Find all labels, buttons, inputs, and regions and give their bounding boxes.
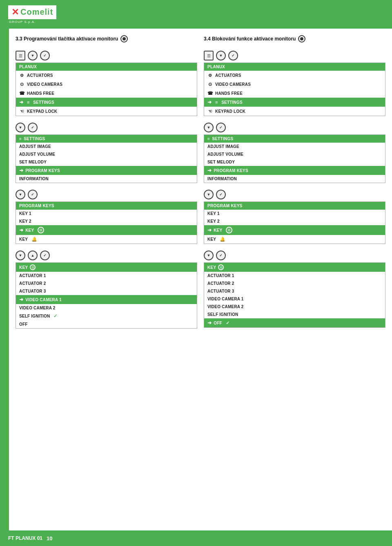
- right-block-3-nav: ▼ ✓: [204, 190, 385, 199]
- right-b2-program-keys[interactable]: ➜ PROGRAM KEYS: [204, 166, 385, 175]
- left-b4-self-ignition[interactable]: SELF IGNITION ✓: [16, 312, 197, 320]
- key-monitor-icon: ⊙: [38, 227, 44, 233]
- right-b3-down-btn[interactable]: ▼: [204, 190, 214, 199]
- right-b3-panel: PROGRAM KEYS KEY 1 KEY 2 ➜ KEY ⊙ KEY 🔔: [204, 201, 385, 244]
- key-bell-icon-r: 🔔: [220, 237, 225, 242]
- right-title-text: 3.4 Blokování funkce aktivace monitoru: [204, 36, 296, 42]
- left-b2-adjust-volume[interactable]: ADJUST VOLUME: [16, 150, 197, 158]
- left-b1-menu-btn[interactable]: ☰: [16, 51, 25, 60]
- left-b4-check-btn[interactable]: ✓: [40, 251, 50, 260]
- left-b1-item-actuators[interactable]: ⚙ ACTUATORS: [16, 71, 197, 80]
- logo-x-icon: ✕: [11, 7, 19, 18]
- right-b1-down-btn[interactable]: ▼: [216, 51, 226, 60]
- left-b2-check-btn[interactable]: ✓: [28, 123, 38, 132]
- left-b3-key2[interactable]: KEY 2: [16, 217, 197, 225]
- right-block-2-nav: ▼ ✓: [204, 123, 385, 132]
- right-b1-menu-btn[interactable]: ☰: [204, 51, 214, 60]
- left-b2-panel: ≡ SETTINGS ADJUST IMAGE ADJUST VOLUME SE…: [16, 134, 197, 183]
- left-b4-off[interactable]: OFF: [16, 320, 197, 328]
- left-b3-down-btn[interactable]: ▼: [16, 190, 25, 199]
- left-b4-up-btn[interactable]: ▲: [28, 251, 38, 260]
- left-block-4-nav: ▼ ▲ ✓: [16, 251, 197, 260]
- right-b2-check-btn[interactable]: ✓: [216, 123, 226, 132]
- left-b3-check-btn[interactable]: ✓: [28, 190, 38, 199]
- right-section-title-col: 3.4 Blokování funkce aktivace monitoru: [204, 35, 385, 46]
- right-b4-actuator1[interactable]: ACTUATOR 1: [204, 272, 385, 280]
- left-b4-actuator1[interactable]: ACTUATOR 1: [16, 272, 197, 280]
- left-b1-item-settings[interactable]: ➜ ≡ SETTINGS: [16, 98, 197, 107]
- left-b4-actuator2[interactable]: ACTUATOR 2: [16, 280, 197, 287]
- left-b1-header: PLANUX: [16, 63, 197, 71]
- right-b2-information[interactable]: INFORMATION: [204, 175, 385, 183]
- right-b3-check-btn[interactable]: ✓: [216, 190, 226, 199]
- left-b1-down-btn[interactable]: ▼: [28, 51, 38, 60]
- right-b4-check-btn[interactable]: ✓: [216, 251, 226, 260]
- right-b1-item-keypad[interactable]: ☜ KEYPAD LOCK: [204, 107, 385, 116]
- left-b4-actuator3[interactable]: ACTUATOR 3: [16, 287, 197, 295]
- right-b1-panel: PLANUX ⚙ ACTUATORS ⊙ VIDEO CAMERAS ☎ HAN…: [204, 63, 385, 116]
- hand-icon-r: ☜: [207, 108, 213, 114]
- header: ✕ Comelit GROUP S.p.A.: [0, 0, 392, 29]
- left-b2-information[interactable]: INFORMATION: [16, 175, 197, 183]
- right-b3-header: PROGRAM KEYS: [204, 202, 385, 210]
- left-b4-videocam2[interactable]: VIDEO CAMERA 2: [16, 304, 197, 312]
- right-b3-arrow: ➜: [207, 227, 212, 233]
- right-b4-self-ignition[interactable]: SELF IGNITION: [204, 311, 385, 318]
- right-b4-down-btn[interactable]: ▼: [204, 251, 214, 260]
- left-block-3-nav: ▼ ✓: [16, 190, 197, 199]
- left-b2-set-melody[interactable]: SET MELODY: [16, 158, 197, 166]
- actuator-icon: ⚙: [19, 72, 25, 78]
- left-b1-item-handsfree[interactable]: ☎ HANDS FREE: [16, 89, 197, 98]
- left-b3-key-bell[interactable]: KEY 🔔: [16, 235, 197, 244]
- left-b3-key1[interactable]: KEY 1: [16, 210, 197, 217]
- right-block-2: ▼ ✓ ≡ SETTINGS ADJUST IMAGE ADJUST VOLUM…: [204, 123, 385, 183]
- right-section-title: 3.4 Blokování funkce aktivace monitoru: [204, 35, 385, 43]
- right-b4-videocam1[interactable]: VIDEO CAMERA 1: [204, 295, 385, 303]
- right-b4-actuator2[interactable]: ACTUATOR 2: [204, 280, 385, 287]
- right-b4-header: KEY ⊙: [204, 263, 385, 272]
- left-b4-arrow: ➜: [19, 297, 23, 302]
- logo-sub: GROUP S.p.A.: [8, 20, 36, 24]
- right-b3-key1[interactable]: KEY 1: [204, 210, 385, 217]
- settings-header-icon-r: ≡: [207, 136, 210, 141]
- left-b1-check-btn[interactable]: ✓: [40, 51, 50, 60]
- left-b1-item-cameras[interactable]: ⊙ VIDEO CAMERAS: [16, 80, 197, 89]
- right-b3-key-bell[interactable]: KEY 🔔: [204, 235, 385, 244]
- block-3-row: ▼ ✓ PROGRAM KEYS KEY 1 KEY 2 ➜ KEY ⊙ KEY…: [16, 190, 385, 244]
- left-b1-item-keypad[interactable]: ☜ KEYPAD LOCK: [16, 107, 197, 116]
- right-b2-set-melody[interactable]: SET MELODY: [204, 158, 385, 166]
- left-b4-videocam1[interactable]: ➜ VIDEO CAMERA 1: [16, 295, 197, 304]
- phone-icon: ☎: [19, 90, 25, 96]
- right-block-4: ▼ ✓ KEY ⊙ ACTUATOR 1 ACTUATOR 2 ACTUATOR…: [204, 251, 385, 329]
- camera-icon: ⊙: [19, 81, 25, 87]
- right-b4-videocam2[interactable]: VIDEO CAMERA 2: [204, 303, 385, 311]
- block-2-row: ▼ ✓ ≡ SETTINGS ADJUST IMAGE ADJUST VOLUM…: [16, 123, 385, 183]
- right-b2-down-btn[interactable]: ▼: [204, 123, 214, 132]
- left-b2-down-btn[interactable]: ▼: [16, 123, 25, 132]
- footer: FT PLANUX 01 10: [0, 530, 392, 546]
- left-b2-program-keys[interactable]: ➜ PROGRAM KEYS: [16, 166, 197, 175]
- left-b3-arrow: ➜: [19, 227, 23, 233]
- left-b3-key-monitor[interactable]: ➜ KEY ⊙: [16, 225, 197, 235]
- right-b1-item-cameras[interactable]: ⊙ VIDEO CAMERAS: [204, 80, 385, 89]
- right-b2-adjust-image[interactable]: ADJUST IMAGE: [204, 143, 385, 150]
- right-b1-item-settings[interactable]: ➜ ≡ SETTINGS: [204, 98, 385, 107]
- key-monitor-header-icon-l: ⊙: [30, 264, 36, 270]
- left-block-4: ▼ ▲ ✓ KEY ⊙ ACTUATOR 1 ACTUATOR 2 ACTUAT…: [16, 251, 197, 329]
- right-b1-item-handsfree[interactable]: ☎ HANDS FREE: [204, 89, 385, 98]
- left-b2-adjust-image[interactable]: ADJUST IMAGE: [16, 143, 197, 150]
- right-b1-check-btn[interactable]: ✓: [228, 51, 238, 60]
- right-b4-actuator3[interactable]: ACTUATOR 3: [204, 287, 385, 295]
- key-monitor-icon-r: ⊙: [226, 227, 232, 233]
- right-b4-off[interactable]: ➜ OFF ✓: [204, 318, 385, 327]
- left-b4-check-mark: ✓: [53, 313, 57, 319]
- left-b1-panel: PLANUX ⚙ ACTUATORS ⊙ VIDEO CAMERAS ☎ HAN…: [16, 63, 197, 116]
- right-b2-header: ≡ SETTINGS: [204, 135, 385, 143]
- right-b3-key2[interactable]: KEY 2: [204, 217, 385, 225]
- left-b4-down-btn[interactable]: ▼: [16, 251, 25, 260]
- right-b2-adjust-volume[interactable]: ADJUST VOLUME: [204, 150, 385, 158]
- right-b3-key-monitor[interactable]: ➜ KEY ⊙: [204, 225, 385, 235]
- right-b1-item-actuators[interactable]: ⚙ ACTUATORS: [204, 71, 385, 80]
- left-circle-inner: [122, 37, 126, 40]
- key-monitor-header-icon-r: ⊙: [218, 264, 224, 270]
